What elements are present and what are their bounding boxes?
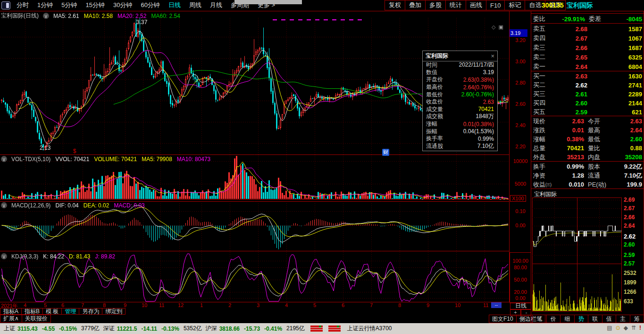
period-item-2[interactable]: 5分钟 [57, 1, 81, 9]
kdj-axis-label: 20.00 [510, 289, 531, 295]
timeline-month[interactable]: 1 [200, 302, 203, 308]
index-quote-2[interactable]: 沪深3818.66-15.73-0.41%2195亿 [206, 325, 305, 333]
status-icon-1[interactable]: ⊙ [616, 325, 620, 331]
timeline-month[interactable]: 12 [178, 302, 184, 308]
buy-label: 买四 [533, 99, 552, 107]
sell-volume: 1587 [587, 26, 642, 33]
sell-row-5[interactable]: 卖五2.681587 [531, 24, 644, 34]
panel-tab-1[interactable]: 价 [547, 315, 561, 323]
panel-tab-5[interactable]: 值 [602, 315, 617, 323]
index-value: 11221.5 [117, 325, 137, 332]
indicator-tab-4[interactable]: 另存为 [79, 308, 102, 315]
sell-row-3[interactable]: 卖三2.661687 [531, 43, 644, 52]
panel-tab-0[interactable]: 笔 [532, 315, 547, 323]
intraday-mini-chart[interactable] [532, 197, 622, 312]
period-item-5[interactable]: 60分钟 [136, 1, 164, 9]
panel-tab-6[interactable]: 主 [616, 315, 630, 323]
period-item-1[interactable]: 1分钟 [33, 1, 57, 9]
tool-item-2[interactable]: 多股 [426, 0, 446, 10]
index-quote-0[interactable]: 上证3115.43-4.55-0.15%3779亿 [4, 325, 100, 333]
indicator-tab-0[interactable]: 指标A [0, 308, 22, 315]
stat-value: 0.010 [555, 181, 584, 188]
status-icon-4[interactable]: ! [639, 325, 641, 331]
sell-row-1[interactable]: 卖一2.646804 [531, 62, 644, 71]
timeline-month[interactable]: 11 [483, 302, 488, 308]
timeline-month[interactable]: 6 [61, 302, 64, 308]
stat-label: 收益㈢ [533, 180, 555, 189]
buy-volume: 621 [587, 109, 642, 116]
indicator-tab-2[interactable]: 模 板 [43, 308, 62, 315]
mini-volume-label: 1899 [624, 279, 636, 286]
ma-label-0: MA5: 2.61 [53, 13, 79, 19]
timeline-month[interactable]: 4 [285, 302, 288, 308]
period-item-0[interactable]: 分时 [12, 1, 33, 9]
tool-item-5[interactable]: F10 [486, 0, 505, 10]
period-item-4[interactable]: 30分钟 [109, 1, 136, 9]
tool-item-4[interactable]: 画线 [466, 0, 486, 10]
stock-code: 300135 [542, 1, 564, 9]
timeline-month[interactable]: 7 [370, 302, 373, 308]
extension-tab-1[interactable]: 关联报价 [22, 315, 51, 323]
kdj-axis-label: 80.00 [510, 265, 531, 270]
indicator-tab-3[interactable]: 管理 [62, 308, 79, 315]
period-item-3[interactable]: 15分钟 [81, 1, 109, 9]
tool-item-6[interactable]: 标记 [505, 0, 525, 10]
timeline-month[interactable]: 11 [159, 302, 164, 308]
timeline-month[interactable]: 5 [313, 302, 316, 308]
sell-row-2[interactable]: 卖二2.656325 [531, 52, 644, 62]
tooltip-row: 开盘价2.63(0.38%) [423, 76, 497, 84]
buy-row-4[interactable]: 买四2.602144 [531, 98, 644, 108]
vol_pane-label-2: VOLUME: 70421 [94, 156, 137, 163]
status-icon-0[interactable]: ▤ [607, 325, 612, 331]
tool-item-3[interactable]: 统计 [446, 0, 466, 10]
caifu-badge[interactable]: 财 [382, 149, 389, 156]
buy-volume: 2741 [587, 82, 642, 89]
app-icon[interactable] [1, 1, 10, 9]
timeline-month[interactable]: 3 [257, 302, 259, 308]
buy-row-3[interactable]: 买三2.612289 [531, 89, 644, 99]
tooltip-close-icon[interactable]: × [491, 52, 494, 60]
tool-item-1[interactable]: 叠加 [405, 0, 426, 10]
panel-tab-2[interactable]: 细 [560, 315, 575, 323]
mini-price-label: 2.62 [624, 233, 636, 240]
tool-item-0[interactable]: 复权 [385, 0, 405, 10]
panel-tab-3[interactable]: 势 [575, 315, 589, 323]
tooltip-row: 最高价2.64(0.76%) [423, 84, 497, 91]
period-item-8[interactable]: 月线 [206, 1, 226, 9]
buy-row-1[interactable]: 买一2.631630 [531, 71, 644, 81]
collapse-icon[interactable]: ∨ [1, 156, 7, 162]
timeline-month[interactable]: 6 [342, 302, 344, 308]
indicator-tab-1[interactable]: 指标B [22, 308, 43, 315]
graphic-f10-button[interactable]: 图文F10 [489, 315, 517, 323]
sell-volume: 6325 [587, 54, 642, 61]
sell-price: 2.68 [552, 26, 587, 33]
panel-tab-4[interactable]: 联 [588, 315, 602, 323]
timeline-month[interactable]: 2 [228, 302, 231, 308]
tdx-window: 分时1分钟5分钟15分钟30分钟60分钟日线周线月线多周期更多 > 复权叠加多股… [0, 0, 644, 334]
panel-tab-7[interactable]: 筹 [630, 315, 644, 323]
extension-tab-0[interactable]: 扩展∧ [0, 315, 22, 323]
tooltip-row-label: 流通股 [426, 142, 443, 150]
collapse-icon[interactable]: ∨ [1, 202, 7, 208]
marker-diamond-icon[interactable]: ◇ [492, 24, 495, 30]
status-icon-2[interactable]: ◆ [624, 325, 628, 331]
status-icon-3[interactable]: ⇈ [631, 325, 636, 331]
period-item-6[interactable]: 日线 [164, 1, 185, 9]
buy-row-2[interactable]: 买二2.622741 [531, 80, 644, 90]
buy-row-5[interactable]: 买五2.59621 [531, 107, 644, 117]
timeline-collapse-button[interactable]: -- [491, 302, 502, 308]
indicator-tab-5[interactable]: 绑定到 [102, 308, 125, 315]
timeline-month[interactable]: 10 [455, 302, 460, 308]
index-quote-1[interactable]: 深证11221.5-14.11-0.13%5352亿 [103, 325, 202, 333]
timeline-month[interactable]: 9 [124, 302, 126, 308]
macd_pane-label-2: DEA: 0.02 [84, 202, 109, 209]
collapse-icon[interactable]: ∨ [43, 13, 49, 19]
timeline-month[interactable]: 10 [142, 302, 147, 308]
popout-icon[interactable]: ▣ [498, 24, 503, 30]
timeline-month[interactable]: 8 [398, 302, 401, 308]
period-item-7[interactable]: 周线 [185, 1, 206, 9]
period-indicator[interactable]: 日线 [510, 302, 532, 309]
sell-row-4[interactable]: 卖四2.671067 [531, 34, 644, 43]
collapse-icon[interactable]: ∨ [1, 253, 7, 259]
timeline-month[interactable]: 9 [427, 302, 429, 308]
